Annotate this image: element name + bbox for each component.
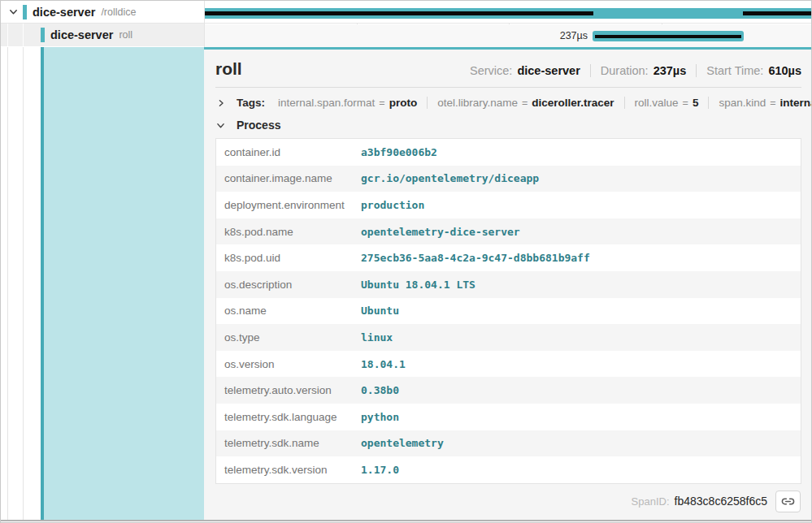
process-key: os.name bbox=[216, 305, 361, 317]
tag-equals: = bbox=[683, 97, 688, 109]
process-section-header[interactable]: Process bbox=[215, 111, 801, 133]
process-key: telemetry.sdk.language bbox=[216, 411, 361, 423]
indent-guide bbox=[23, 47, 24, 520]
span-title: roll bbox=[215, 59, 242, 79]
table-row: container.id a3bf90e006b2 bbox=[216, 139, 801, 166]
process-key: telemetry.auto.version bbox=[216, 384, 361, 396]
process-key: os.version bbox=[216, 358, 361, 370]
span-tree: dice-server /rolldice dice-server roll bbox=[1, 1, 204, 47]
detail-header: roll Service: dice-server Duration: 237µ… bbox=[215, 50, 801, 79]
process-key: os.type bbox=[216, 331, 361, 344]
span-summary: Service: dice-server Duration: 237µs Sta… bbox=[470, 64, 801, 79]
process-key: container.image.name bbox=[216, 172, 361, 184]
indent-guide bbox=[23, 24, 24, 46]
process-key: container.id bbox=[216, 146, 361, 158]
timeline-row-roll[interactable]: 237µs bbox=[205, 24, 812, 47]
duration-label: Duration: bbox=[601, 64, 649, 77]
chevron-down-icon[interactable] bbox=[8, 7, 18, 17]
process-key: deployment.environment bbox=[216, 199, 361, 211]
tag-equals: = bbox=[770, 97, 775, 109]
table-row: telemetry.sdk.version 1.17.0 bbox=[216, 456, 801, 483]
process-value: gcr.io/opentelemetry/diceapp bbox=[361, 172, 539, 184]
chevron-right-icon[interactable] bbox=[217, 98, 225, 108]
jaeger-span-detail-view: dice-server /rolldice dice-server roll 2… bbox=[0, 0, 812, 523]
tag-item: otel.library.name = diceroller.tracer bbox=[427, 97, 623, 109]
service-value: dice-server bbox=[517, 64, 580, 77]
span-detail-panel: roll Service: dice-server Duration: 237µ… bbox=[204, 47, 812, 520]
tag-equals: = bbox=[522, 97, 528, 109]
span-duration-label: 237µs bbox=[205, 24, 588, 47]
process-value: 0.38b0 bbox=[361, 384, 399, 396]
table-row: os.version 18.04.1 bbox=[216, 351, 801, 378]
process-key: k8s.pod.name bbox=[216, 226, 361, 238]
table-row: os.name Ubuntu bbox=[216, 298, 801, 325]
process-value: python bbox=[361, 411, 399, 423]
span-operation-name: /rolldice bbox=[101, 6, 136, 18]
start-time-value: 610µs bbox=[768, 64, 801, 77]
tag-value: proto bbox=[389, 97, 418, 109]
span-row-rolldice[interactable]: dice-server /rolldice bbox=[1, 1, 204, 24]
tag-equals: = bbox=[379, 97, 384, 109]
process-value: Ubuntu bbox=[361, 305, 399, 317]
process-value: 18.04.1 bbox=[361, 358, 406, 370]
tags-section-header[interactable]: Tags: internal.span.format = proto otel.… bbox=[215, 88, 801, 111]
process-value: 1.17.0 bbox=[361, 464, 399, 476]
span-service-name: dice-server bbox=[33, 6, 95, 19]
tags-heading: Tags: bbox=[237, 97, 265, 109]
trace-timeline: 237µs bbox=[204, 1, 812, 47]
span-color-indicator bbox=[23, 5, 27, 19]
table-row: telemetry.auto.version 0.38b0 bbox=[216, 377, 801, 404]
span-color-indicator bbox=[41, 28, 45, 42]
process-value: a3bf90e006b2 bbox=[361, 146, 437, 158]
table-row: k8s.pod.uid 275ecb36-5aa8-4c2a-9c47-d8bb… bbox=[216, 244, 801, 271]
selection-highlight bbox=[44, 47, 204, 520]
link-icon bbox=[781, 495, 795, 508]
process-value: opentelemetry-dice-server bbox=[361, 226, 520, 238]
roll-span-bar[interactable] bbox=[593, 31, 744, 41]
span-service-name: dice-server bbox=[50, 28, 113, 41]
spanid-value: fb483c8c6258f6c5 bbox=[675, 495, 767, 508]
spanid-label: SpanID: bbox=[632, 495, 670, 508]
indent-guide bbox=[7, 47, 8, 520]
table-row: container.image.name gcr.io/opentelemetr… bbox=[216, 166, 801, 192]
process-key: telemetry.sdk.version bbox=[216, 464, 361, 476]
table-row: k8s.pod.name opentelemetry-dice-server bbox=[216, 218, 801, 245]
tag-key: roll.value bbox=[635, 97, 679, 109]
process-table: container.id a3bf90e006b2 container.imag… bbox=[215, 138, 801, 484]
process-key: os.description bbox=[216, 279, 361, 291]
span-operation-name: roll bbox=[119, 29, 132, 41]
tag-value: diceroller.tracer bbox=[532, 97, 614, 109]
table-row: telemetry.sdk.name opentelemetry bbox=[216, 430, 801, 457]
table-row: telemetry.sdk.language python bbox=[216, 404, 801, 430]
process-value: production bbox=[361, 199, 424, 211]
table-row: deployment.environment production bbox=[216, 192, 801, 218]
span-row-roll[interactable]: dice-server roll bbox=[1, 24, 204, 46]
tag-key: otel.library.name bbox=[437, 97, 518, 109]
tag-key: span.kind bbox=[719, 97, 766, 109]
table-row: os.description Ubuntu 18.04.1 LTS bbox=[216, 271, 801, 298]
process-heading: Process bbox=[237, 119, 280, 132]
chevron-down-icon[interactable] bbox=[215, 120, 225, 130]
process-value: opentelemetry bbox=[361, 437, 444, 449]
tag-key: internal.span.format bbox=[278, 97, 375, 109]
copy-link-button[interactable] bbox=[775, 491, 801, 512]
tag-item: span.kind = internal bbox=[708, 97, 812, 109]
indent-guide bbox=[7, 24, 8, 46]
tag-item: internal.span.format = proto bbox=[268, 97, 427, 109]
process-value: 275ecb36-5aa8-4c2a-9c47-d8bb681b9aff bbox=[361, 252, 590, 264]
root-span-bar[interactable] bbox=[205, 8, 812, 19]
self-time-stripe bbox=[595, 35, 741, 38]
selected-span-gutter bbox=[1, 47, 204, 520]
tag-item: roll.value = 5 bbox=[624, 97, 709, 109]
start-time-label: Start Time: bbox=[706, 64, 763, 77]
tag-value: internal bbox=[780, 97, 812, 109]
service-label: Service: bbox=[470, 64, 512, 77]
process-value: Ubuntu 18.04.1 LTS bbox=[361, 279, 475, 291]
self-time-stripe bbox=[743, 11, 812, 15]
duration-value: 237µs bbox=[654, 64, 687, 77]
timeline-row-rolldice[interactable] bbox=[205, 1, 812, 24]
detail-footer: SpanID: fb483c8c6258f6c5 bbox=[215, 491, 801, 512]
bottom-divider bbox=[1, 520, 811, 521]
self-time-stripe bbox=[205, 11, 593, 15]
process-key: telemetry.sdk.name bbox=[216, 437, 361, 449]
